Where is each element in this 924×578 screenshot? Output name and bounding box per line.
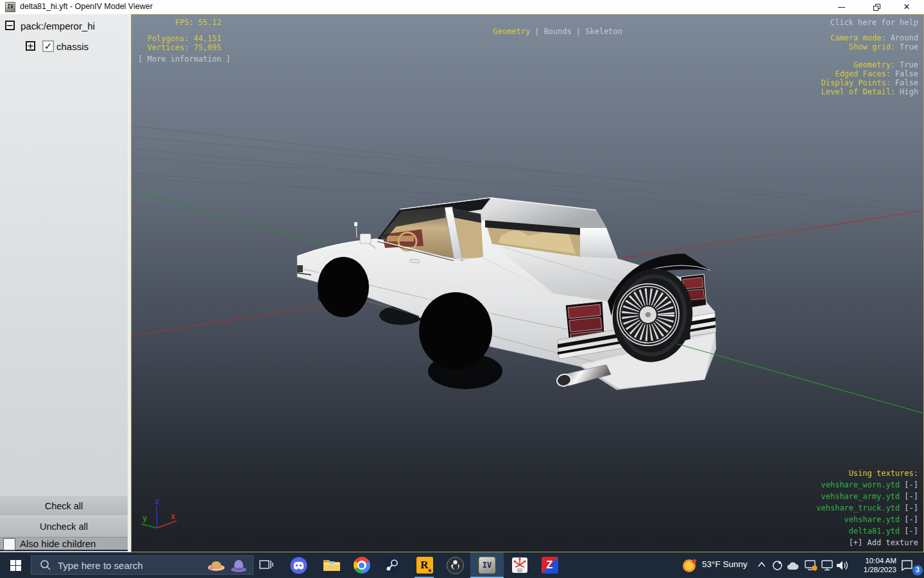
network-icon[interactable] — [821, 560, 834, 571]
tab-skeleton[interactable]: Skeleton — [585, 27, 622, 36]
minimize-button[interactable] — [832, 0, 851, 14]
action-center-icon[interactable] — [901, 559, 913, 571]
system-tray: 53°F Sunny — [674, 552, 924, 578]
tab-bounds[interactable]: Bounds — [543, 27, 571, 36]
taskbar-clock[interactable]: 10:04 AM 1/28/2023 — [864, 556, 896, 574]
search-input[interactable]: Type here to search — [58, 560, 207, 571]
check-all-button[interactable]: Check all — [0, 495, 128, 516]
onedrive-icon[interactable] — [787, 561, 801, 570]
close-button[interactable]: ✕ — [897, 0, 916, 14]
grid-line-foreground — [677, 344, 923, 414]
collapse-icon[interactable]: − — [5, 21, 15, 30]
task-view-icon — [259, 559, 273, 571]
axis-gizmo: z y x — [141, 497, 176, 528]
tree-row-chassis[interactable]: + ✓ chassis — [0, 40, 128, 55]
texture-name: vehshare_truck.ytd — [816, 504, 900, 512]
setting-camera-mode[interactable]: Camera mode:Around — [830, 33, 918, 42]
axis-z-label: z — [155, 497, 159, 506]
view-mode-tabs: Geometry|Bounds|Skeleton — [465, 18, 622, 45]
vertex-count: Vertices: 75,095 — [138, 43, 221, 52]
texture-name: vehshare_worn.ytd — [821, 480, 900, 489]
texture-row: vehshare_truck.ytd[-] — [816, 504, 918, 512]
texture-remove-button[interactable]: [-] — [904, 527, 918, 536]
model-3d-car[interactable] — [297, 198, 716, 390]
chassis-checkbox[interactable]: ✓ — [42, 40, 54, 52]
tray-date: 1/28/2023 — [864, 565, 896, 574]
polygon-count: Polygons: 44,151 — [138, 34, 221, 43]
openiv-app-icon: IV — [5, 2, 15, 12]
taskbar-icon-file-explorer[interactable] — [316, 552, 346, 578]
texture-name: delta81.ytd — [849, 527, 900, 536]
taskbar-icon-splash-app[interactable] — [504, 552, 535, 578]
uncheck-all-button[interactable]: Uncheck all — [0, 516, 128, 537]
more-information-link[interactable]: [ More information ] — [138, 55, 231, 64]
tree-chassis-label[interactable]: chassis — [56, 41, 89, 52]
texture-row: delta81.ytd[-] — [849, 527, 918, 536]
volume-icon[interactable] — [836, 560, 849, 571]
taskbar-icon-openiv-active[interactable]: IV — [470, 552, 504, 578]
taskbar-icon-discord[interactable] — [284, 552, 314, 578]
add-texture-button[interactable]: [+] Add texture — [849, 538, 918, 547]
setting-geometry[interactable]: Geometry:True — [853, 60, 918, 69]
tree-root-label[interactable]: pack:/emperor_hi — [21, 21, 95, 31]
help-link[interactable]: Click here for help — [830, 18, 918, 27]
also-hide-children-label: Also hide children — [20, 538, 96, 549]
setting-show-grid[interactable]: Show grid:True — [849, 42, 918, 51]
windows-logo-icon — [10, 560, 21, 571]
texture-name: vehshare_army.ytd — [821, 492, 900, 501]
texture-remove-button[interactable]: [-] — [904, 492, 918, 501]
bing-top-hat-icon[interactable] — [230, 557, 248, 573]
tab-separator: | — [535, 27, 539, 36]
window-title: delta81_hi.yft - OpenIV Model Viewer — [20, 2, 153, 11]
search-icon — [40, 559, 51, 571]
texture-name: vehshare.ytd — [844, 515, 900, 524]
weather-label[interactable]: 53°F Sunny — [702, 559, 748, 569]
tray-time: 10:04 AM — [864, 556, 896, 565]
tab-separator: | — [576, 27, 581, 36]
chevron-up-icon[interactable] — [757, 561, 766, 568]
setting-display-points[interactable]: Display Points:False — [821, 78, 919, 87]
texture-row: vehshare.ytd[-] — [844, 515, 918, 524]
setting-level-of-detail[interactable]: Level of Detail:High — [821, 87, 919, 96]
notification-badge: 3 — [912, 565, 923, 575]
also-hide-children-row[interactable]: Also hide children — [0, 537, 128, 551]
taskbar-icon-steam[interactable] — [377, 552, 407, 578]
model-viewport[interactable]: z y x FPS: 55.12 Polygons: 44,151 Vertic… — [131, 14, 924, 552]
taskbar-icon-z-app[interactable]: Z — [535, 552, 565, 578]
setting-edged-faces[interactable]: Edged Faces:False — [835, 69, 918, 78]
bing-straw-hat-icon[interactable] — [207, 557, 226, 573]
fps-counter: FPS: 55.12 — [138, 18, 221, 27]
viewport-3d-canvas[interactable]: z y x — [132, 15, 923, 552]
taskbar-icon-chrome[interactable] — [346, 552, 377, 578]
expand-icon[interactable]: + — [26, 41, 35, 51]
textures-header: Using textures: — [849, 469, 918, 478]
texture-row: vehshare_army.ytd[-] — [821, 492, 918, 501]
axis-x-label: x — [171, 512, 175, 521]
taskbar-icon-obs[interactable] — [440, 552, 470, 578]
windows-taskbar: Type here to search — [0, 552, 924, 578]
also-hide-children-checkbox[interactable] — [3, 538, 15, 550]
tree-row-root[interactable]: − pack:/emperor_hi — [0, 19, 128, 35]
update-icon[interactable] — [805, 560, 817, 572]
window-titlebar[interactable]: IV delta81_hi.yft - OpenIV Model Viewer … — [0, 0, 924, 14]
taskbar-icon-rockstar[interactable]: R ★ — [409, 552, 440, 578]
texture-row: vehshare_worn.ytd[-] — [821, 480, 918, 489]
desktop: IV delta81_hi.yft - OpenIV Model Viewer … — [0, 0, 924, 578]
texture-remove-button[interactable]: [-] — [904, 480, 918, 489]
model-tree-panel: − pack:/emperor_hi + ✓ chassis Check all… — [0, 14, 128, 552]
taskbar-search[interactable]: Type here to search — [31, 556, 253, 575]
tab-geometry[interactable]: Geometry — [493, 27, 530, 36]
axis-y-label: y — [142, 514, 147, 523]
texture-remove-button[interactable]: [-] — [904, 515, 918, 524]
texture-remove-button[interactable]: [-] — [904, 504, 918, 512]
task-view-button[interactable] — [253, 552, 279, 578]
game-bar-icon[interactable] — [772, 560, 783, 571]
weather-icon[interactable] — [681, 557, 698, 574]
restore-button[interactable] — [868, 0, 887, 14]
start-button[interactable] — [0, 552, 31, 578]
